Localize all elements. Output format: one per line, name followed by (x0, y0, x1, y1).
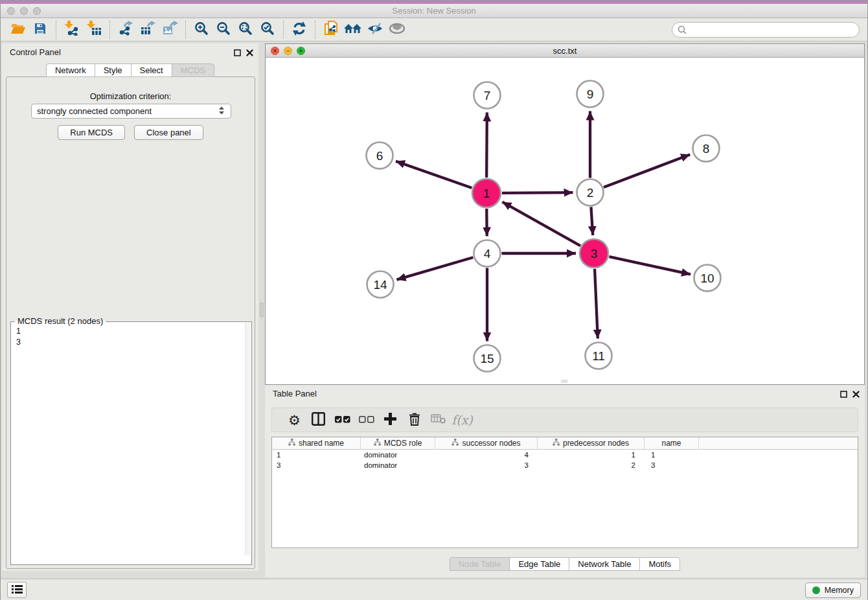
graph-node-3[interactable]: 3 (580, 239, 608, 268)
graph-edge-3-10[interactable] (609, 257, 691, 274)
float-panel-icon[interactable] (234, 47, 241, 59)
graph-node-11[interactable]: 11 (586, 343, 612, 369)
open-session-button[interactable] (7, 20, 29, 40)
column-label: predecessor nodes (563, 439, 629, 448)
graph-edge-3-11[interactable] (595, 269, 598, 339)
graph-node-9[interactable]: 9 (577, 81, 604, 108)
column-header-mcds-role[interactable]: MCDS role (361, 437, 435, 449)
graph-edge-2-3[interactable] (591, 207, 593, 235)
network-window-titlebar[interactable]: × – + scc.txt (266, 44, 864, 58)
graph-edge-3-1[interactable] (502, 202, 580, 246)
graph-node-15[interactable]: 15 (474, 345, 501, 372)
function-builder-button[interactable]: f(x) (450, 410, 474, 430)
table-settings-button[interactable]: ⚙ (282, 410, 306, 430)
float-table-panel-icon[interactable] (840, 389, 847, 400)
close-panel-icon[interactable] (246, 47, 253, 59)
result-scrollbar[interactable] (245, 323, 251, 555)
graph-edge-1-7[interactable] (486, 112, 487, 178)
table-cell[interactable]: dominator (361, 450, 435, 460)
delete-table-button[interactable] (426, 410, 450, 430)
refresh-icon (292, 21, 306, 38)
column-label: name (661, 439, 681, 448)
save-session-button[interactable] (29, 20, 51, 40)
table-tab-node-table[interactable]: Node Table (450, 557, 510, 571)
control-panel-title: Control Panel (10, 47, 61, 57)
table-cell[interactable]: 1 (272, 450, 361, 460)
show-columns-button[interactable] (306, 410, 330, 430)
network-resize-grip[interactable] (561, 380, 567, 383)
export-network-button[interactable] (115, 20, 137, 40)
fit-content-button[interactable] (234, 20, 257, 40)
table-cell[interactable]: 3 (272, 460, 361, 470)
two-houses-button[interactable] (342, 20, 364, 40)
graph-node-7[interactable]: 7 (474, 82, 501, 109)
graph-node-1[interactable]: 1 (472, 179, 501, 207)
zoom-selected-button[interactable] (257, 20, 279, 40)
table-panel-title: Table Panel (273, 389, 317, 398)
control-panel-tabs: NetworkStyleSelectMCDS (2, 63, 258, 77)
table-cell[interactable]: 4 (435, 450, 538, 460)
tab-select[interactable]: Select (131, 63, 172, 77)
column-header-name[interactable]: name (645, 437, 699, 449)
search-input[interactable] (672, 22, 860, 38)
graph-node-8[interactable]: 8 (693, 135, 720, 162)
graph-edge-4-14[interactable] (396, 257, 473, 279)
save-disk-icon (34, 22, 47, 38)
export-table-button[interactable] (137, 20, 159, 40)
graph-edge-2-8[interactable] (604, 154, 690, 187)
close-table-panel-icon[interactable] (852, 389, 860, 400)
tab-mcds[interactable]: MCDS (172, 63, 214, 77)
table-row[interactable]: 3dominator323 (272, 460, 858, 470)
graph-node-10[interactable]: 10 (694, 265, 721, 292)
zoom-out-button[interactable] (212, 20, 234, 40)
export-image-button[interactable] (159, 20, 181, 40)
duplicate-network-icon (323, 20, 339, 39)
graph-node-6[interactable]: 6 (367, 143, 393, 169)
network-canvas[interactable]: 1234678910111415 (266, 58, 864, 384)
table-cell[interactable]: dominator (361, 460, 435, 470)
table-tab-network-table[interactable]: Network Table (569, 557, 639, 571)
graph-node-4[interactable]: 4 (474, 240, 501, 267)
column-header-shared-name[interactable]: shared name (272, 437, 361, 449)
task-history-button[interactable] (7, 582, 27, 598)
select-all-columns-button[interactable] (330, 410, 354, 430)
duplicate-network-button[interactable] (320, 20, 342, 40)
delete-column-button[interactable] (402, 410, 426, 430)
zoom-in-button[interactable] (190, 20, 212, 40)
column-header-predecessor-nodes[interactable]: predecessor nodes (538, 437, 645, 449)
hide-graphics-button[interactable] (364, 20, 386, 40)
table-cell[interactable]: 3 (435, 460, 538, 470)
panel-divider[interactable] (259, 43, 264, 571)
graph-node-2[interactable]: 2 (577, 179, 604, 206)
houses-icon (344, 22, 362, 38)
unselect-all-columns-button[interactable] (354, 410, 378, 430)
tab-style[interactable]: Style (95, 63, 131, 77)
table-row[interactable]: 1dominator411 (272, 450, 858, 460)
column-header-successor-nodes[interactable]: successor nodes (435, 437, 538, 449)
table-cell[interactable]: 2 (538, 460, 645, 470)
import-network-button[interactable] (61, 20, 83, 40)
window-title: Session: New Session (1, 6, 867, 16)
divider-grip[interactable] (260, 303, 264, 317)
graph-edge-1-6[interactable] (396, 161, 472, 188)
create-column-button[interactable] (378, 410, 402, 430)
graph-node-14[interactable]: 14 (367, 271, 394, 298)
table-cell[interactable]: 1 (538, 450, 645, 460)
graph-node-label: 11 (592, 349, 605, 363)
show-graphics-button[interactable] (386, 20, 408, 40)
graph-edge-1-2[interactable] (502, 192, 573, 193)
memory-button[interactable]: Memory (805, 583, 861, 598)
criterion-select[interactable]: strongly connected component (31, 104, 231, 119)
table-tab-motifs[interactable]: Motifs (639, 557, 680, 571)
table-cell[interactable]: 3 (645, 460, 699, 470)
tab-network[interactable]: Network (46, 63, 95, 77)
run-mcds-button[interactable]: Run MCDS (58, 125, 125, 140)
import-table-button[interactable] (83, 20, 105, 40)
close-panel-button[interactable]: Close panel (134, 125, 203, 140)
table-tab-edge-table[interactable]: Edge Table (509, 557, 569, 571)
table-body: 1dominator4113dominator323 (272, 450, 858, 470)
column-label: MCDS role (384, 439, 422, 448)
table-cell[interactable]: 1 (645, 450, 699, 460)
apply-layout-button[interactable] (288, 20, 310, 40)
toolbar-separator (185, 21, 186, 39)
